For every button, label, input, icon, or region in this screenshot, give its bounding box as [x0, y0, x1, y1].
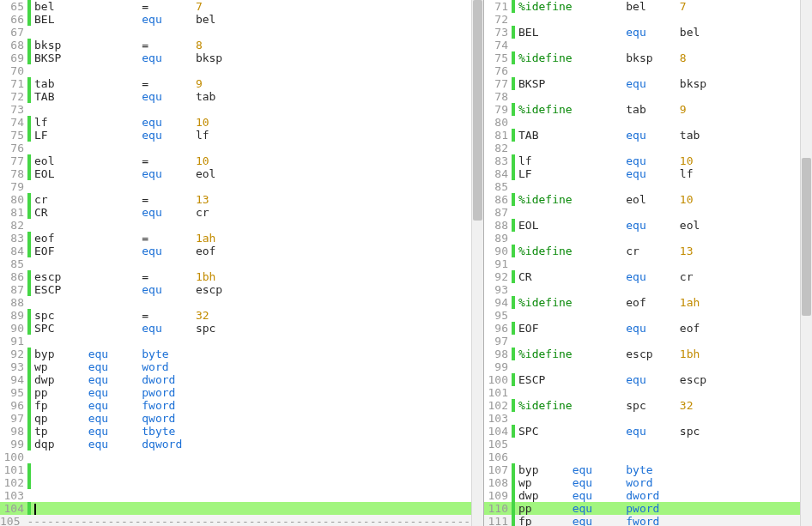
code-line[interactable]: 72: [484, 13, 800, 26]
code-line[interactable]: 73: [0, 103, 471, 116]
code-line[interactable]: 104: [0, 502, 471, 515]
code-line[interactable]: 88EOL equ eol: [484, 219, 800, 232]
left-code-area[interactable]: 65bel = 766BEL equ bel6768bksp = 869BKSP…: [0, 0, 471, 526]
code-line[interactable]: 98%idefine escp 1bh: [484, 348, 800, 360]
code-line[interactable]: 103: [0, 489, 471, 502]
code-line[interactable]: 74lf equ 10: [0, 116, 471, 129]
right-code-area[interactable]: 71%idefine bel 77273BEL equ bel7475%idef…: [484, 0, 800, 526]
code-line[interactable]: 92CR equ cr: [484, 270, 800, 283]
code-line[interactable]: 89: [484, 232, 800, 245]
code-line[interactable]: 87: [484, 206, 800, 219]
code-line[interactable]: 102: [0, 476, 471, 489]
code-line[interactable]: 80: [484, 116, 800, 129]
line-text: [31, 219, 471, 232]
right-scroll-thumb[interactable]: [802, 158, 811, 316]
code-line[interactable]: 99: [484, 360, 800, 373]
code-line[interactable]: 95: [484, 309, 800, 322]
line-number: 77: [0, 154, 27, 167]
code-line[interactable]: 88: [0, 296, 471, 309]
code-line[interactable]: 80cr = 13: [0, 193, 471, 206]
code-line[interactable]: 85: [0, 257, 471, 270]
code-line[interactable]: 82: [484, 142, 800, 154]
line-text: TAB equ tab: [515, 129, 800, 142]
code-line[interactable]: 69BKSP equ bksp: [0, 51, 471, 64]
code-line[interactable]: 100: [0, 450, 471, 463]
code-line[interactable]: 77eol = 10: [0, 154, 471, 167]
left-editor-pane[interactable]: 65bel = 766BEL equ bel6768bksp = 869BKSP…: [0, 0, 484, 526]
code-line[interactable]: 101: [0, 463, 471, 476]
code-line[interactable]: 96EOF equ eof: [484, 322, 800, 335]
code-line[interactable]: 100ESCP equ escp: [484, 373, 800, 386]
code-line[interactable]: 91: [0, 335, 471, 348]
right-editor-pane[interactable]: 71%idefine bel 77273BEL equ bel7475%idef…: [484, 0, 812, 526]
code-line[interactable]: 86%idefine eol 10: [484, 193, 800, 206]
code-line[interactable]: 93: [484, 283, 800, 296]
code-line[interactable]: 106: [484, 450, 800, 463]
code-line[interactable]: 77BKSP equ bksp: [484, 77, 800, 90]
code-line[interactable]: 99dqp equ dqword: [0, 438, 471, 450]
code-line[interactable]: 65bel = 7: [0, 0, 471, 13]
code-line[interactable]: 78: [484, 90, 800, 103]
line-number: 66: [0, 13, 27, 26]
code-line[interactable]: 76: [0, 142, 471, 154]
left-scroll-thumb[interactable]: [473, 0, 482, 221]
code-line[interactable]: 95pp equ pword: [0, 386, 471, 399]
code-line[interactable]: 107byp equ byte: [484, 463, 800, 476]
code-line[interactable]: 105: [484, 438, 800, 450]
line-text: EOF equ eof: [31, 245, 471, 257]
code-line[interactable]: 83lf equ 10: [484, 154, 800, 167]
code-line[interactable]: 104SPC equ spc: [484, 425, 800, 438]
code-line[interactable]: 94%idefine eof 1ah: [484, 296, 800, 309]
code-line[interactable]: 96fp equ fword: [0, 399, 471, 412]
code-line[interactable]: 109dwp equ dword: [484, 489, 800, 502]
code-line[interactable]: 66BEL equ bel: [0, 13, 471, 26]
code-line[interactable]: 83eof = 1ah: [0, 232, 471, 245]
code-line[interactable]: 90%idefine cr 13: [484, 245, 800, 257]
code-line[interactable]: 81CR equ cr: [0, 206, 471, 219]
code-line[interactable]: 71tab = 9: [0, 77, 471, 90]
code-line[interactable]: 75%idefine bksp 8: [484, 51, 800, 64]
left-scrollbar[interactable]: [471, 0, 483, 526]
code-line[interactable]: 89spc = 32: [0, 309, 471, 322]
code-line[interactable]: 103: [484, 412, 800, 425]
code-line[interactable]: 84LF equ lf: [484, 167, 800, 180]
code-line[interactable]: 72TAB equ tab: [0, 90, 471, 103]
line-text: tab = 9: [31, 77, 471, 90]
code-line[interactable]: 102%idefine spc 32: [484, 399, 800, 412]
code-line[interactable]: 111fp equ fword: [484, 515, 800, 526]
code-line[interactable]: 67: [0, 26, 471, 39]
code-line[interactable]: 91: [484, 257, 800, 270]
right-scrollbar[interactable]: [800, 0, 812, 526]
code-line[interactable]: 74: [484, 39, 800, 51]
code-line[interactable]: 110pp equ pword: [484, 502, 800, 515]
code-line[interactable]: 94dwp equ dword: [0, 373, 471, 386]
code-line[interactable]: 93wp equ word: [0, 360, 471, 373]
code-line[interactable]: 82: [0, 219, 471, 232]
code-line[interactable]: 76: [484, 64, 800, 77]
code-line[interactable]: 86escp = 1bh: [0, 270, 471, 283]
code-line[interactable]: 98tp equ tbyte: [0, 425, 471, 438]
code-line[interactable]: 75LF equ lf: [0, 129, 471, 142]
line-number: 99: [484, 360, 512, 373]
code-line[interactable]: 101: [484, 386, 800, 399]
code-line[interactable]: 85: [484, 180, 800, 193]
code-line[interactable]: 79%idefine tab 9: [484, 103, 800, 116]
code-line[interactable]: 90SPC equ spc: [0, 322, 471, 335]
code-line[interactable]: 108wp equ word: [484, 476, 800, 489]
code-line[interactable]: 81TAB equ tab: [484, 129, 800, 142]
code-line[interactable]: 105-------------------------------------…: [0, 515, 471, 526]
code-line[interactable]: 92byp equ byte: [0, 348, 471, 360]
line-number: 91: [0, 335, 27, 348]
code-line[interactable]: 87ESCP equ escp: [0, 283, 471, 296]
line-number: 106: [484, 450, 512, 463]
code-line[interactable]: 97: [484, 335, 800, 348]
line-text: [31, 103, 471, 116]
code-line[interactable]: 79: [0, 180, 471, 193]
code-line[interactable]: 70: [0, 64, 471, 77]
code-line[interactable]: 73BEL equ bel: [484, 26, 800, 39]
code-line[interactable]: 78EOL equ eol: [0, 167, 471, 180]
code-line[interactable]: 68bksp = 8: [0, 39, 471, 51]
code-line[interactable]: 84EOF equ eof: [0, 245, 471, 257]
code-line[interactable]: 71%idefine bel 7: [484, 0, 800, 13]
code-line[interactable]: 97qp equ qword: [0, 412, 471, 425]
